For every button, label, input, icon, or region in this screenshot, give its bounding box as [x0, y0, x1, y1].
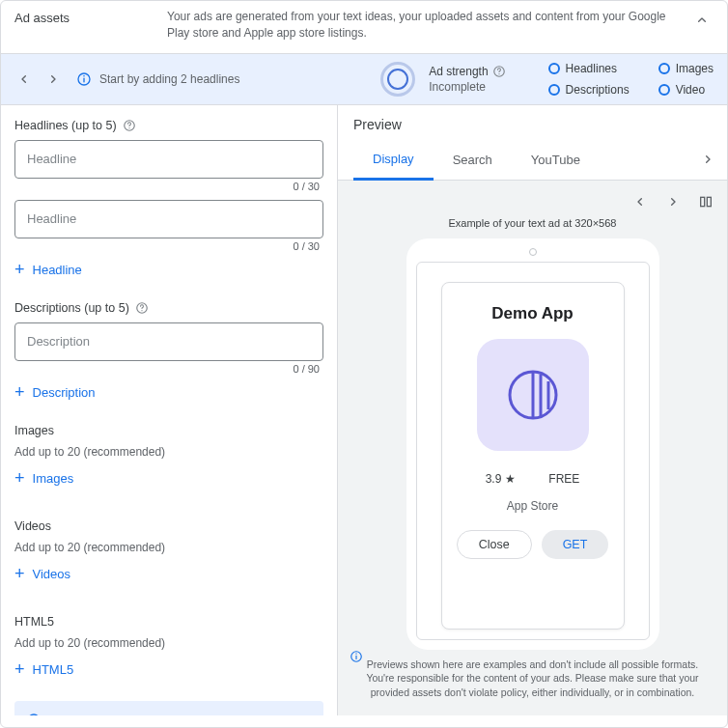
svg-rect-17 [355, 653, 356, 654]
preview-prev-button[interactable] [630, 192, 650, 211]
chevron-left-icon [632, 194, 648, 210]
preview-info-button[interactable] [350, 650, 363, 663]
star-icon: ★ [505, 472, 516, 486]
svg-rect-1 [83, 77, 84, 82]
chevron-right-icon [700, 152, 715, 167]
ad-assets-header: Ad assets Your ads are generated from yo… [1, 1, 727, 54]
assets-form: Headlines (up to 5) 0 / 30 0 / 30 +Headl… [1, 105, 337, 715]
headline-input-1[interactable] [14, 140, 323, 179]
tip-prev-button[interactable] [14, 70, 34, 89]
close-button[interactable]: Close [457, 530, 532, 559]
tab-search[interactable]: Search [434, 141, 512, 179]
tab-youtube[interactable]: YouTube [512, 141, 600, 179]
strength-meter-icon [380, 62, 415, 97]
header-subtitle: Your ads are generated from your text id… [167, 9, 673, 42]
app-name: Demo App [491, 304, 573, 323]
preview-tabs: Display Search YouTube [338, 140, 727, 181]
check-images: Images [658, 62, 714, 75]
ad-card: Demo App 3.9★ FREE [441, 282, 625, 630]
strength-checks: Headlines Images Descriptions Video [548, 62, 714, 97]
collapse-button[interactable] [690, 9, 714, 32]
preview-caption: Example of your text ad at 320×568 [449, 217, 617, 229]
app-logo-icon [506, 368, 560, 422]
phone-speaker-icon [529, 248, 537, 256]
svg-rect-12 [701, 197, 705, 206]
headline-input-2[interactable] [14, 200, 323, 238]
chevron-right-icon [45, 71, 61, 87]
descriptions-label: Descriptions (up to 5) [14, 301, 323, 315]
check-headlines: Headlines [548, 62, 630, 75]
check-descriptions: Descriptions [548, 83, 630, 97]
description-count: 0 / 90 [293, 363, 320, 375]
preview-grid-button[interactable] [696, 192, 715, 211]
images-label: Images [14, 424, 323, 437]
info-icon [26, 713, 42, 715]
add-headline-button[interactable]: +Headline [14, 260, 323, 280]
svg-point-4 [498, 73, 499, 74]
preview-footnote: Previews shown here are examples and don… [350, 650, 715, 704]
html5-hint: Add up to 20 (recommended) [14, 636, 323, 650]
get-button[interactable]: GET [542, 530, 609, 559]
html5-notice: HTML5 size requirements are changing. As… [14, 701, 323, 715]
help-icon[interactable] [492, 65, 506, 78]
add-description-button[interactable]: +Description [14, 382, 323, 403]
strength-status: Incomplete [429, 80, 505, 94]
tip-next-button[interactable] [43, 70, 63, 89]
headline-2-count: 0 / 30 [293, 240, 320, 252]
tab-display[interactable]: Display [353, 140, 434, 181]
add-html5-button[interactable]: +HTML5 [14, 659, 323, 680]
app-price: FREE [548, 472, 579, 486]
info-icon [350, 650, 363, 663]
svg-rect-13 [707, 197, 711, 206]
preview-title: Preview [338, 105, 727, 140]
grid-icon [698, 194, 714, 210]
app-rating: 3.9★ [486, 472, 517, 486]
images-hint: Add up to 20 (recommended) [14, 445, 323, 459]
check-video: Video [658, 83, 714, 97]
svg-rect-2 [83, 75, 84, 76]
ad-strength-bar: Start by adding 2 headlines Ad strength … [1, 54, 727, 105]
info-icon [76, 71, 92, 87]
svg-rect-16 [355, 655, 356, 658]
chevron-right-icon [665, 194, 681, 210]
videos-label: Videos [14, 519, 323, 533]
tabs-next-button[interactable] [696, 148, 719, 171]
add-videos-button[interactable]: +Videos [14, 564, 323, 584]
preview-panel: Preview Display Search YouTube Example o… [337, 105, 727, 715]
header-title: Ad assets [14, 9, 150, 25]
svg-point-6 [128, 127, 129, 128]
headlines-label: Headlines (up to 5) [14, 119, 323, 132]
description-input[interactable] [14, 322, 323, 361]
chevron-left-icon [16, 71, 32, 87]
svg-point-9 [28, 714, 40, 715]
app-icon [477, 339, 589, 451]
help-icon[interactable] [135, 301, 149, 315]
preview-next-button[interactable] [663, 192, 683, 211]
help-icon[interactable] [123, 119, 136, 132]
tip-text: Start by adding 2 headlines [99, 72, 239, 86]
chevron-up-icon [694, 13, 710, 28]
strength-label: Ad strength [429, 65, 488, 78]
videos-hint: Add up to 20 (recommended) [14, 541, 323, 554]
svg-point-8 [141, 310, 142, 311]
add-images-button[interactable]: +Images [14, 468, 323, 489]
phone-mock: Demo App 3.9★ FREE [406, 238, 659, 650]
app-store-label: App Store [507, 499, 558, 513]
html5-label: HTML5 [14, 615, 323, 629]
headline-1-count: 0 / 30 [293, 181, 320, 192]
